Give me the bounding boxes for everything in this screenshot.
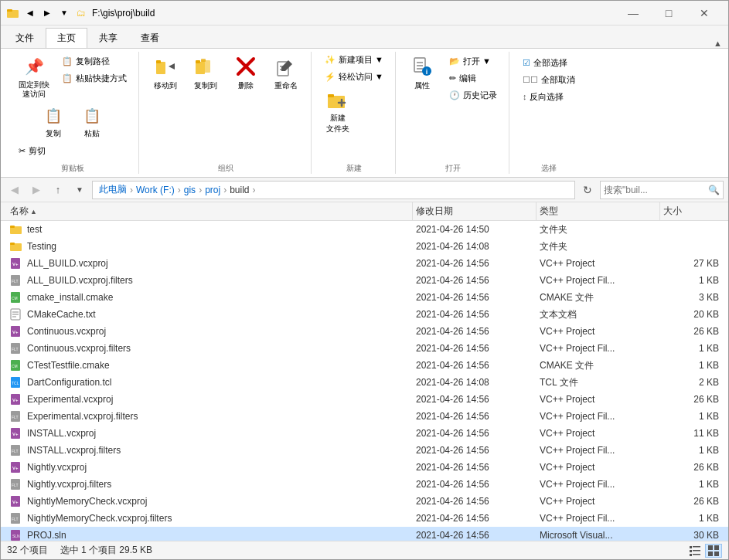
history-button[interactable]: 🕐 历史记录 [444, 87, 502, 103]
svg-text:V+: V+ [12, 330, 19, 334]
recent-locations-button[interactable]: ▼ [70, 181, 89, 199]
search-box[interactable]: 🔍 [600, 181, 724, 199]
table-row[interactable]: SLN PROJ.sln 2021-04-26 14:56 Microsoft … [1, 527, 728, 541]
file-type-cell: VC++ Project [537, 428, 660, 439]
tab-view[interactable]: 查看 [129, 28, 171, 48]
file-type-cell: VC++ Project [537, 258, 660, 269]
tab-share[interactable]: 共享 [87, 28, 129, 48]
table-row[interactable]: V+ Experimental.vcxproj 2021-04-26 14:56… [1, 391, 728, 408]
table-row[interactable]: FLT INSTALL.vcxproj.filters 2021-04-26 1… [1, 442, 728, 459]
file-type-cell: VC++ Project [537, 462, 660, 473]
rename-button[interactable]: 重命名 [267, 52, 305, 101]
cut-button[interactable]: ✂ 剪切 [13, 143, 51, 158]
col-type[interactable]: 类型 [537, 202, 660, 220]
title-bar-left: ◀ ▶ ▼ 🗂 F:\gis\proj\build [7, 7, 155, 19]
ribbon-group-new-content: ✨ 新建项目 ▼ ⚡ 轻松访问 ▼ [319, 52, 389, 158]
table-row[interactable]: FLT NightlyMemoryCheck.vcxproj.filters 2… [1, 510, 728, 527]
minimize-button[interactable]: — [615, 1, 651, 25]
table-row[interactable]: FLT Experimental.vcxproj.filters 2021-04… [1, 408, 728, 425]
breadcrumb-drive[interactable]: Work (F:) [136, 185, 175, 195]
file-type-cell: Microsoft Visual... [537, 530, 660, 541]
ribbon-collapse-btn[interactable]: ▲ [714, 39, 722, 48]
file-date-cell: 2021-04-26 14:56 [413, 428, 537, 439]
tab-file[interactable]: 文件 [4, 28, 46, 48]
newfolder-button[interactable]: 新建文件夹 [319, 87, 356, 127]
selectall-button[interactable]: ☑ 全部选择 [517, 55, 573, 70]
file-name-cell: FLT NightlyMemoryCheck.vcxproj.filters [7, 512, 413, 524]
file-name: ALL_BUILD.vcxproj.filters [27, 275, 133, 286]
ribbon-group-select: ☑ 全部选择 ☐☐ 全部取消 ↕ 反向选择 选择 [511, 52, 587, 174]
breadcrumb-pc[interactable]: 此电脑 [99, 183, 127, 196]
clipboard-label: 剪贴板 [61, 161, 84, 174]
svg-rect-3 [156, 60, 161, 63]
table-row[interactable]: FLT Continuous.vcxproj.filters 2021-04-2… [1, 340, 728, 357]
refresh-button[interactable]: ↻ [578, 181, 597, 199]
tab-home[interactable]: 主页 [46, 28, 87, 48]
file-icon: FLT [10, 478, 22, 490]
table-row[interactable]: V+ ALL_BUILD.vcxproj 2021-04-26 14:56 VC… [1, 255, 728, 272]
forward-button[interactable]: ▶ [27, 181, 46, 199]
file-name: NightlyMemoryCheck.vcxproj.filters [27, 513, 172, 524]
file-icon: FLT [10, 342, 22, 355]
invertsel-button[interactable]: ↕ 反向选择 [517, 89, 570, 104]
easyaccess-button[interactable]: ⚡ 轻松访问 ▼ [319, 69, 389, 84]
ribbon-tabs: 文件 主页 共享 查看 ▲ [1, 25, 728, 49]
col-name[interactable]: 名称 ▲ [7, 202, 413, 220]
breadcrumb-proj[interactable]: proj [205, 185, 220, 195]
copy-path-button[interactable]: 📋 复制路径 [56, 53, 132, 69]
open-button[interactable]: 📂 打开 ▼ [444, 53, 502, 69]
file-icon: SLN [10, 529, 22, 541]
list-view-button[interactable] [686, 544, 703, 558]
file-date-cell: 2021-04-26 14:56 [413, 496, 537, 507]
ribbon-group-organize: 移动到 复制到 [141, 52, 312, 174]
up-button[interactable]: ↑ [49, 181, 67, 199]
file-name: Experimental.vcxproj [27, 394, 113, 405]
maximize-button[interactable]: □ [651, 1, 686, 25]
file-date-cell: 2021-04-26 14:56 [413, 309, 537, 320]
table-row[interactable]: Testing 2021-04-26 14:08 文件夹 [1, 238, 728, 255]
col-date[interactable]: 修改日期 [413, 202, 537, 220]
table-row[interactable]: TCL DartConfiguration.tcl 2021-04-26 14:… [1, 374, 728, 391]
table-row[interactable]: V+ Continuous.vcxproj 2021-04-26 14:56 V… [1, 323, 728, 340]
properties-button[interactable]: i 属性 [404, 52, 441, 100]
file-name: Continuous.vcxproj.filters [27, 343, 131, 354]
back-icon-small: ◀ [24, 7, 36, 19]
copy-button[interactable]: 📋 复制 [36, 103, 71, 141]
svg-text:V+: V+ [12, 500, 19, 504]
table-row[interactable]: CM cmake_install.cmake 2021-04-26 14:56 … [1, 289, 728, 306]
svg-text:CM: CM [12, 364, 18, 368]
close-button[interactable]: ✕ [686, 1, 722, 25]
copyto-button[interactable]: 复制到 [187, 52, 224, 101]
search-input[interactable] [604, 185, 705, 195]
svg-rect-8 [201, 59, 206, 62]
table-row[interactable]: V+ INSTALL.vcxproj 2021-04-26 14:56 VC++… [1, 425, 728, 442]
breadcrumb-gis[interactable]: gis [184, 185, 196, 195]
file-size-cell: 26 KB [660, 394, 722, 405]
paste-button[interactable]: 📋 粘贴 [74, 103, 110, 141]
moveto-button[interactable]: 移动到 [147, 52, 184, 101]
file-name-cell: V+ INSTALL.vcxproj [7, 427, 413, 440]
svg-rect-2 [156, 62, 165, 74]
table-row[interactable]: FLT ALL_BUILD.vcxproj.filters 2021-04-26… [1, 272, 728, 289]
file-name-cell: SLN PROJ.sln [7, 529, 413, 541]
back-button[interactable]: ◀ [5, 181, 24, 199]
file-date-cell: 2021-04-26 14:56 [413, 479, 537, 490]
delete-icon [233, 54, 258, 79]
table-row[interactable]: CM CTestTestfile.cmake 2021-04-26 14:56 … [1, 357, 728, 374]
pin-button[interactable]: 📌 固定到快速访问 [13, 52, 55, 101]
table-row[interactable]: V+ NightlyMemoryCheck.vcxproj 2021-04-26… [1, 493, 728, 510]
ribbon-group-quickaccess: 📌 固定到快速访问 📋 复制路径 📋 粘贴快捷方式 [7, 52, 139, 174]
table-row[interactable]: FLT Nightly.vcxproj.filters 2021-04-26 1… [1, 476, 728, 493]
selectnone-button[interactable]: ☐☐ 全部取消 [517, 72, 581, 87]
edit-button[interactable]: ✏ 编辑 [444, 70, 502, 86]
newitem-button[interactable]: ✨ 新建项目 ▼ [319, 52, 389, 67]
table-row[interactable]: test 2021-04-26 14:50 文件夹 [1, 221, 728, 238]
table-row[interactable]: CMakeCache.txt 2021-04-26 14:56 文本文档 20 … [1, 306, 728, 323]
file-name-cell: V+ NightlyMemoryCheck.vcxproj [7, 495, 413, 507]
paste-shortcut-button[interactable]: 📋 粘贴快捷方式 [56, 70, 132, 86]
file-name-cell: FLT ALL_BUILD.vcxproj.filters [7, 274, 413, 287]
table-row[interactable]: V+ Nightly.vcxproj 2021-04-26 14:56 VC++… [1, 459, 728, 476]
delete-button[interactable]: 删除 [227, 52, 264, 101]
col-size[interactable]: 大小 [660, 202, 722, 220]
detail-view-button[interactable] [705, 544, 722, 558]
